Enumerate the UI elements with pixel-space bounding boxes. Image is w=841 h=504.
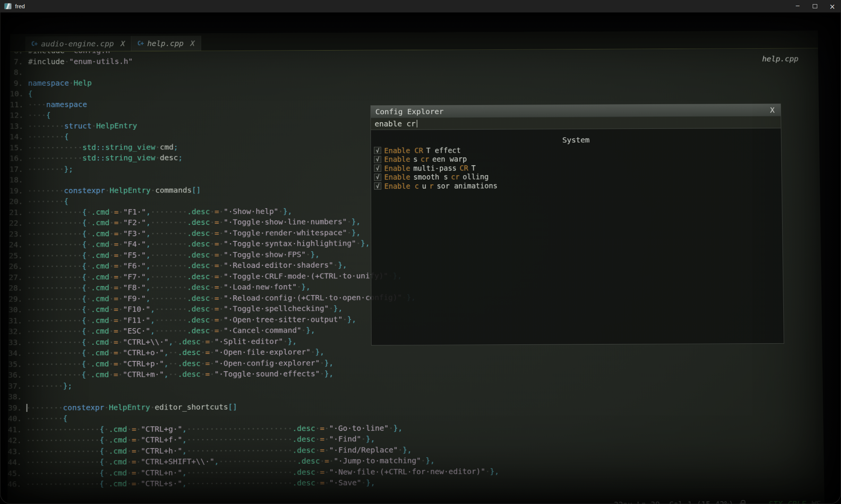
line-number: 35. <box>8 359 27 370</box>
code-token: · <box>210 315 214 324</box>
checkbox-checked-icon[interactable]: √ <box>374 156 381 163</box>
config-option[interactable]: √Enable cursor animations <box>374 180 781 191</box>
line-number: 39. <box>8 402 26 413</box>
code-token: , <box>146 229 151 238</box>
code-token: = <box>214 239 219 248</box>
checkbox-checked-icon[interactable]: √ <box>374 183 381 190</box>
tab-audio-engine.cpp[interactable]: C+audio-engine.cppX <box>25 36 131 51</box>
code-token: ······· <box>155 315 187 324</box>
window-titlebar[interactable]: fred – × <box>0 0 841 12</box>
code-token: · <box>118 370 123 379</box>
code-token: namespace <box>28 78 69 87</box>
code-token: ········ <box>28 164 64 173</box>
code-token: · <box>104 468 109 477</box>
tab-close-icon[interactable]: X <box>191 39 195 48</box>
code-token: · <box>398 445 403 454</box>
code-token: = <box>114 261 118 270</box>
code-token: · <box>320 358 324 367</box>
code-token: .desc <box>178 369 201 379</box>
code-token: · <box>105 186 109 195</box>
code-token: = <box>214 326 219 335</box>
code-token: ················ <box>26 446 100 456</box>
code-token: · <box>210 369 214 378</box>
option-label-part: T effect <box>426 146 461 154</box>
code-token: :: <box>96 143 105 152</box>
close-button[interactable]: × <box>824 0 841 12</box>
text-caret <box>417 120 418 128</box>
checkbox-checked-icon[interactable]: √ <box>374 147 381 154</box>
code-token: .cmd <box>91 315 109 324</box>
code-token: "·Toggle·syntax·highlighting" <box>224 238 356 248</box>
code-token: · <box>86 240 91 249</box>
code-token: = <box>114 207 118 216</box>
checkbox-checked-icon[interactable]: √ <box>374 174 381 181</box>
option-label-part: s <box>413 155 418 163</box>
code-token: · <box>136 457 141 466</box>
option-label-part: een warp <box>432 155 467 163</box>
popup-titlebar[interactable]: Config Explorer X <box>371 104 781 118</box>
code-token: { <box>82 294 86 303</box>
code-token: · <box>219 207 224 216</box>
code-token: · <box>421 456 426 465</box>
code-token: ············ <box>27 207 82 217</box>
line-number: 29. <box>9 293 27 304</box>
code-token: , <box>146 250 151 259</box>
line-number: 16. <box>9 153 28 164</box>
code-token: · <box>136 468 141 477</box>
code-token: .desc <box>187 272 210 281</box>
code-token: · <box>118 283 123 292</box>
code-token: "·Save" <box>329 478 361 487</box>
code-token: "·Open·tree-sitter·output" <box>224 315 343 324</box>
tab-help.cpp[interactable]: C+help.cppX <box>131 36 201 51</box>
code-token: .cmd <box>91 294 109 303</box>
minimize-button[interactable]: – <box>789 0 806 12</box>
code-token: .cmd <box>91 305 109 314</box>
config-section-header: System <box>371 128 781 145</box>
window-controls: – × <box>789 0 841 12</box>
code-token: , <box>169 337 173 346</box>
maximize-button[interactable] <box>806 0 824 12</box>
code-token: .desc <box>187 218 210 227</box>
code-token: std <box>82 143 96 152</box>
code-token: · <box>485 466 490 475</box>
code-token: "·Toggle·CRLF·mode·(+CTRL·to·unify)" <box>224 271 388 281</box>
code-token: · <box>127 424 132 433</box>
code-token: ······· <box>155 326 187 335</box>
option-label-part: multi-pass <box>413 164 457 172</box>
code-token: { <box>100 468 104 477</box>
code-token: = <box>205 369 210 378</box>
code-token: · <box>324 434 329 443</box>
line-number: 22. <box>9 218 27 229</box>
code-token: · <box>283 337 288 346</box>
tab-close-icon[interactable]: X <box>121 39 125 48</box>
line-number: 28. <box>9 283 27 293</box>
config-search-input[interactable]: enable cr <box>371 116 781 130</box>
code-token: .cmd <box>109 457 127 467</box>
tab-label: audio-engine.cpp <box>41 39 114 49</box>
code-token: = <box>214 250 219 259</box>
code-token: }; <box>64 164 73 173</box>
code-token: ········ <box>151 218 187 227</box>
code-token: .desc <box>187 207 210 216</box>
code-token: .desc <box>187 326 210 335</box>
popup-close-icon[interactable]: X <box>769 106 776 115</box>
code-token: · <box>118 315 123 324</box>
checkbox-checked-icon[interactable]: √ <box>374 165 381 172</box>
code-token: · <box>320 369 324 378</box>
code-token: }, <box>351 217 360 226</box>
code-token: · <box>210 283 214 292</box>
maximize-icon <box>813 4 817 8</box>
code-token: ············ <box>27 261 82 271</box>
option-label-part: sor animations <box>437 181 497 190</box>
editor-surface: 6.#include·"config.h"7.#include·"enum-ut… <box>8 31 825 504</box>
code-token: · <box>109 326 114 335</box>
code-token: · <box>320 456 324 465</box>
code-token: }, <box>347 314 356 323</box>
line-number: 38. <box>8 391 26 402</box>
code-token: · <box>219 250 224 259</box>
config-explorer-popup: Config Explorer X enable cr System √Enab… <box>371 103 784 345</box>
code-token: .desc <box>187 315 210 324</box>
line-number: 32. <box>8 326 27 337</box>
code-token: · <box>109 370 114 379</box>
code-token: .desc <box>187 228 210 237</box>
